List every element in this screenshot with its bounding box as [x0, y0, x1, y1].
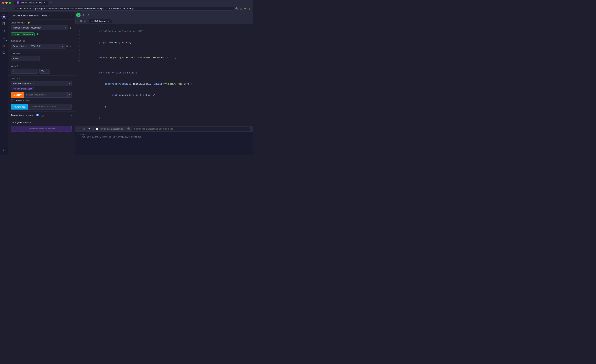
sidebar-logo[interactable]: R	[1, 13, 7, 20]
deploy-supply-input[interactable]	[24, 92, 67, 98]
zoom-out-button[interactable]: ⊖	[86, 13, 91, 17]
panel-title: DEPLOY & RUN TRANSACTIONS ✓	[11, 15, 51, 17]
terminal-prompt: >	[78, 139, 250, 141]
browser-chrome: R Remix - Ethereum IDE ✕ +	[0, 0, 253, 5]
network-arrow-icon: ◀	[36, 32, 38, 36]
value-section: VALUE Wei Gwei Finney Ether	[8, 63, 74, 76]
code-line-8: _mint(msg.sender, initialSupply);	[85, 90, 250, 101]
at-address-button[interactable]: At Address	[11, 104, 28, 109]
account-section: ACCOUNT + 0xf4...66cac (1207825.81 ▾ ⎘ ✎	[8, 38, 74, 51]
account-info-icon[interactable]: +	[22, 40, 25, 42]
terminal-clear-button[interactable]: ⊘	[82, 127, 86, 131]
contract-section: CONTRACT MyToken - MyToken.sol ▾ evm ver…	[8, 76, 74, 111]
transactions-info-icon[interactable]: ℹ	[41, 114, 44, 116]
code-line-9: }	[85, 101, 250, 112]
terminal-count: 0	[87, 127, 91, 131]
code-line-2: pragma solidity ^0.8.0;	[85, 37, 250, 48]
prompt-arrow-icon: >	[78, 139, 79, 141]
edit-account-button[interactable]: ✎	[69, 44, 72, 48]
editor-tabs: ⌂ Home ◎ MyToken.sol ✕	[75, 18, 253, 24]
code-line-7: constructor(uint256 initialSupply) ERC20…	[85, 79, 250, 90]
code-line-1: // SPDX-License-Identifier: MIT	[85, 26, 250, 37]
copy-account-button[interactable]: ⎘	[66, 44, 68, 48]
environment-info-button[interactable]: ℹ	[69, 26, 72, 30]
sidebar-item-search[interactable]	[1, 28, 7, 34]
dropdown-arrow-icon: ▾	[65, 27, 66, 29]
transactions-section[interactable]: Transactions recorded 0 ℹ ›	[8, 111, 74, 119]
extensions-icon[interactable]: ⚡	[244, 7, 247, 10]
listen-checkbox[interactable]	[96, 128, 98, 130]
sidebar-item-settings[interactable]	[1, 147, 7, 153]
address-bar[interactable]: remix.ethereum.org/#lang=en&optimize=fal…	[15, 7, 234, 11]
account-actions: ⎘ ✎	[66, 44, 72, 48]
tab-close-icon[interactable]: ✕	[44, 1, 45, 4]
account-dropdown-arrow: ▾	[62, 45, 63, 47]
maximize-button[interactable]	[9, 2, 11, 4]
deploy-expand-button[interactable]: ▾	[67, 92, 72, 98]
debug-icon	[2, 51, 5, 54]
menu-icon[interactable]: ⋮	[248, 7, 251, 10]
line-num-2: 2	[76, 30, 80, 34]
zoom-icon[interactable]: 🔍	[235, 7, 238, 10]
environment-icon[interactable]: ⚡	[28, 22, 30, 24]
remix-logo-icon: R	[1, 14, 7, 19]
listen-label[interactable]: listen on all transactions	[100, 128, 123, 130]
value-input[interactable]	[11, 69, 38, 74]
panel-header: DEPLOY & RUN TRANSACTIONS ✓ ›	[8, 12, 74, 20]
search-icon	[2, 29, 5, 33]
environment-label: ENVIRONMENT ⚡	[11, 22, 72, 24]
transactions-count: 0	[36, 114, 39, 116]
contract-dropdown[interactable]: MyToken - MyToken.sol ▾	[11, 81, 72, 86]
terminal-divider	[93, 127, 94, 130]
code-editor[interactable]: 1 2 3 4 5 6 7 8 9 10 // SPDX-License-Ide…	[75, 24, 253, 126]
environment-section: ENVIRONMENT ⚡ Injected Provider - MetaMa…	[8, 20, 74, 38]
svg-point-17	[3, 150, 4, 151]
run-button[interactable]: ▶	[76, 13, 81, 17]
tab-close-button[interactable]: ✕	[107, 20, 109, 22]
code-line-3	[85, 49, 250, 52]
publish-ipfs-label[interactable]: Publish to IPFS	[15, 99, 30, 102]
terminal-search-input[interactable]	[132, 127, 251, 131]
tab-mytoken[interactable]: ◎ MyToken.sol ✕	[89, 19, 112, 23]
evm-badge: evm version: shanghai	[11, 87, 34, 90]
gas-limit-label: GAS LIMIT	[11, 52, 72, 55]
minimize-button[interactable]	[5, 2, 7, 4]
icon-sidebar: R	[0, 12, 8, 155]
gas-limit-input[interactable]	[11, 56, 40, 61]
line-num-6: 6	[76, 45, 80, 49]
sidebar-item-files[interactable]	[1, 21, 7, 27]
back-button[interactable]: ‹	[2, 7, 5, 10]
zoom-in-button[interactable]: ⊕	[81, 13, 86, 17]
svg-rect-10	[3, 52, 5, 54]
forward-button[interactable]: ›	[6, 7, 8, 10]
transactions-arrow-icon: ›	[71, 114, 72, 116]
new-tab-button[interactable]: +	[50, 1, 52, 4]
deploy-button[interactable]: Deploy	[11, 92, 24, 98]
environment-value: Injected Provider - MetaMask	[13, 27, 64, 29]
terminal-expand-button[interactable]: ⌃	[77, 127, 81, 131]
unit-select[interactable]: Wei Gwei Finney Ether	[39, 69, 50, 74]
line-num-8: 8	[76, 52, 80, 56]
contract-value: MyToken - MyToken.sol	[13, 82, 68, 85]
at-address-input[interactable]	[28, 104, 72, 109]
file-tab-label: MyToken.sol	[94, 20, 106, 22]
panel-checkmark: ✓	[49, 15, 51, 17]
publish-ipfs-checkbox[interactable]	[11, 99, 13, 102]
line-num-9: 9	[76, 56, 80, 60]
sidebar-item-deploy[interactable]	[1, 42, 7, 49]
code-line-4: import "@openzeppelin/contracts/token/ER…	[85, 52, 250, 64]
environment-dropdown[interactable]: Injected Provider - MetaMask ▾	[11, 25, 68, 30]
tab-home[interactable]: ⌂ Home	[75, 19, 88, 23]
bookmark-icon[interactable]: ☆	[240, 7, 242, 10]
sidebar-item-compile[interactable]	[1, 35, 7, 42]
panel-arrow[interactable]: ›	[71, 14, 72, 17]
account-dropdown[interactable]: 0xf4...66cac (1207825.81 ▾	[11, 44, 65, 49]
code-line-5	[85, 64, 250, 67]
refresh-button[interactable]: ↻	[10, 7, 13, 10]
close-button[interactable]	[2, 2, 4, 4]
sidebar-item-debug[interactable]	[1, 50, 7, 56]
home-tab-label: Home	[80, 20, 86, 22]
main-layout: R	[0, 12, 253, 155]
at-address-row: At Address	[11, 104, 72, 109]
browser-tab[interactable]: R Remix - Ethereum IDE ✕	[15, 1, 48, 5]
